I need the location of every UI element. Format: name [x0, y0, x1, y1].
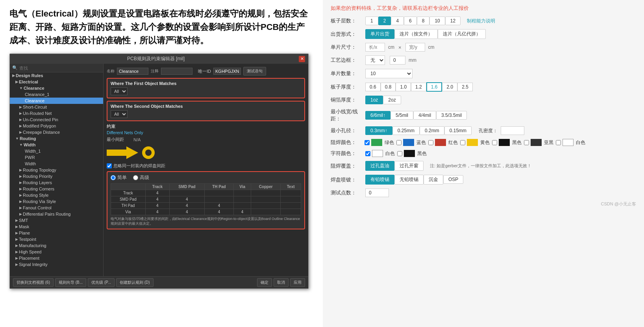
mode-simple-label[interactable]: 简单 — [111, 174, 127, 181]
tree-item[interactable]: ▶Fanout Control — [10, 205, 103, 211]
surface-option-button[interactable]: 沉金 — [424, 175, 443, 185]
tree-item[interactable]: ▶Routing Layers — [10, 179, 103, 186]
tree-item[interactable]: ▶Routing Via Style — [10, 198, 103, 205]
hole-option-button[interactable]: 0.3mm↑ — [365, 126, 392, 135]
tree-item[interactable]: ▶Electrical — [10, 79, 103, 85]
tree-item[interactable]: Width_1 — [10, 148, 103, 154]
tree-item[interactable]: ▼Routing — [10, 135, 103, 142]
soldermask-color-checkbox[interactable] — [524, 140, 529, 145]
tree-item[interactable]: ▶Modified Polygon — [10, 123, 103, 129]
cell-smdpad[interactable]: 4 — [170, 203, 205, 209]
cell-via[interactable] — [234, 196, 251, 203]
priority-button[interactable]: 优先级 (P... — [88, 278, 115, 287]
tree-item[interactable]: ▶Signal Integrity — [10, 261, 103, 268]
tree-item[interactable]: ▶Design Rules — [10, 72, 103, 79]
mode-simple-radio[interactable] — [111, 175, 116, 180]
tree-item[interactable]: ▶Un-Routed Net — [10, 110, 103, 116]
cell-smdpad[interactable]: 4 — [170, 209, 205, 215]
soldermask-color-option[interactable]: 黄色 — [460, 139, 490, 146]
layer-option-button[interactable]: 10 — [429, 17, 445, 25]
tree-item[interactable]: ▶Testpoint — [10, 236, 103, 242]
cell-smdpad[interactable]: 4 — [170, 196, 205, 203]
tree-item[interactable]: ▶Placement — [10, 255, 103, 261]
silk-color-checkbox[interactable] — [397, 151, 402, 156]
trace-option-button[interactable]: 6/6mil↑ — [365, 111, 390, 120]
cell-copper[interactable] — [251, 196, 280, 203]
ok-button[interactable]: 确定 — [257, 278, 272, 287]
cell-thpad[interactable]: 4 — [204, 209, 234, 215]
tree-item[interactable]: ▶SMT — [10, 217, 103, 224]
cell-smdpad[interactable] — [170, 190, 205, 196]
tree-item[interactable]: ▶Routing Corners — [10, 186, 103, 192]
where-first-select[interactable]: All — [111, 87, 128, 95]
capability-link[interactable]: 制程能力说明 — [467, 18, 495, 24]
soldermask-color-option[interactable]: 绿色 — [365, 139, 394, 146]
tree-item[interactable]: ▶Plane — [10, 230, 103, 236]
tree-item[interactable]: ▶Mask — [10, 224, 103, 230]
soldermask-color-option[interactable]: 白色 — [556, 139, 585, 146]
margin-value[interactable] — [390, 56, 405, 65]
search-bar[interactable]: 🔍 — [10, 64, 103, 72]
where-second-select[interactable]: All — [111, 110, 128, 118]
tree-item[interactable]: Width — [10, 161, 103, 167]
thickness-option-button[interactable]: 0.6 — [365, 83, 381, 91]
via-cover-option-button[interactable]: 过孔盖油 — [365, 161, 394, 171]
rule-wizard-button[interactable]: 规则向导 (B... — [55, 278, 86, 287]
soldermask-color-checkbox[interactable] — [428, 140, 433, 145]
search-input[interactable] — [19, 66, 101, 70]
cell-via[interactable] — [234, 190, 251, 196]
tree-item[interactable]: ▶Creepage Distance — [10, 129, 103, 135]
thickness-option-button[interactable]: 1.6 — [426, 82, 442, 92]
cell-text[interactable] — [281, 190, 301, 196]
tree-item[interactable]: ▶Routing Priority — [10, 173, 103, 179]
tree-item[interactable]: Clearance — [10, 98, 103, 104]
cell-copper[interactable] — [251, 190, 280, 196]
layer-option-button[interactable]: 6 — [404, 17, 417, 25]
silk-color-option[interactable]: 黑色 — [397, 150, 427, 157]
width-input[interactable] — [405, 43, 425, 52]
soldermask-color-checkbox[interactable] — [365, 140, 370, 145]
cell-text[interactable] — [281, 203, 301, 209]
quantity-select[interactable]: 10 — [365, 69, 413, 78]
cell-thpad[interactable] — [204, 196, 234, 203]
tree-item[interactable]: Clearance_1 — [10, 91, 103, 98]
test-points-input[interactable] — [365, 188, 389, 197]
tree-item[interactable]: ▶Routing Topology — [10, 167, 103, 173]
mode-advanced-radio[interactable] — [133, 175, 138, 180]
cell-thpad[interactable] — [204, 190, 234, 196]
tree-item[interactable]: ▶Routing Style — [10, 192, 103, 198]
cell-track[interactable]: 4 — [145, 190, 169, 196]
hole-option-button[interactable]: 0.15mm — [444, 126, 472, 135]
delivery-option-button[interactable]: 连片（按文件） — [394, 29, 438, 39]
thickness-option-button[interactable]: 2.5 — [457, 83, 473, 91]
cell-track[interactable]: 4 — [145, 203, 169, 209]
thickness-option-button[interactable]: 1.2 — [411, 83, 426, 91]
hole-option-button[interactable]: 0.25mm — [392, 126, 420, 135]
cell-track[interactable]: 4 — [145, 209, 169, 215]
thickness-option-button[interactable]: 2.0 — [442, 83, 457, 91]
surface-option-button[interactable]: 有铅喷锡 — [365, 175, 394, 185]
copper-option-button[interactable]: 1oz — [365, 96, 383, 104]
surface-option-button[interactable]: OSP — [443, 175, 463, 184]
soldermask-color-option[interactable]: 蓝色 — [396, 139, 426, 146]
tree-item[interactable]: ▶High Speed — [10, 249, 103, 255]
margin-select[interactable]: 无 — [365, 55, 385, 65]
name-input[interactable] — [117, 68, 148, 75]
soldermask-color-option[interactable]: 红色 — [428, 139, 458, 146]
soldermask-color-checkbox[interactable] — [492, 140, 497, 145]
silk-color-option[interactable]: 白色 — [365, 150, 395, 157]
tree-item[interactable]: ▼Width — [10, 142, 103, 148]
thickness-option-button[interactable]: 1.0 — [396, 83, 411, 91]
tree-item[interactable]: PWR — [10, 154, 103, 161]
trace-option-button[interactable]: 3.5/3.5mil — [436, 111, 467, 120]
soldermask-color-checkbox[interactable] — [396, 140, 402, 145]
hole-option-button[interactable]: 0.2mm — [420, 126, 444, 135]
thickness-option-button[interactable]: 0.8 — [381, 83, 396, 91]
cell-copper[interactable] — [251, 209, 280, 215]
layer-option-button[interactable]: 1 — [365, 17, 378, 25]
length-input[interactable] — [365, 43, 385, 52]
delivery-option-button[interactable]: 单片出货 — [365, 29, 394, 39]
tree-item[interactable]: ▶Short-Circuit — [10, 104, 103, 110]
create-default-button[interactable]: 创建默认规则 (D) — [116, 278, 154, 287]
layer-option-button[interactable]: 4 — [391, 17, 404, 25]
